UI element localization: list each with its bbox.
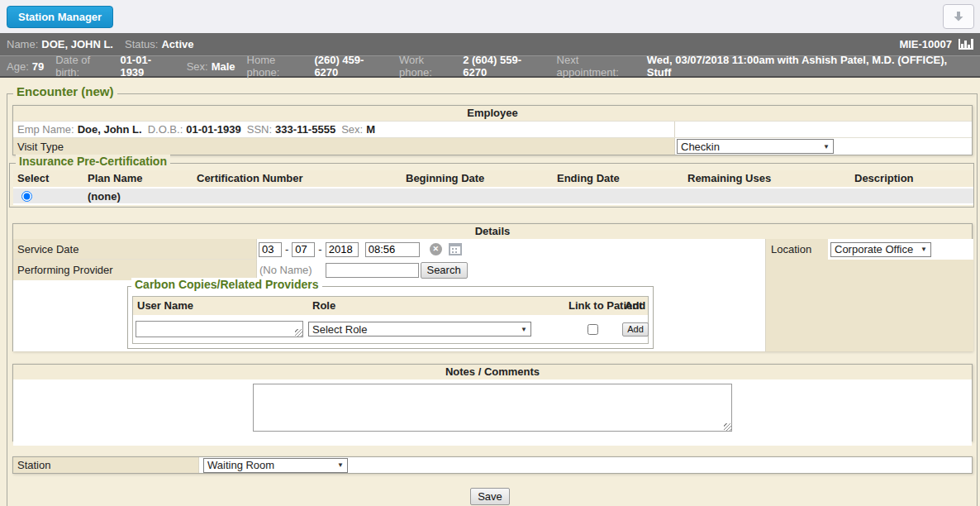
station-manager-screen: Station Manager Name: DOE, JOHN L. Statu… [0,0,980,506]
sex-label: Sex: [187,60,208,73]
employee-info-empty-cell [675,122,972,137]
work-phone-label: Work phone: [399,54,459,79]
visit-type-cell: Checkin ▼ [675,138,972,155]
service-day-input[interactable] [292,242,315,257]
age-label: Age: [7,60,29,73]
status-label: Status: [125,38,158,50]
emp-ssn-value: 333-11-5555 [275,123,335,136]
cc-user-name-input[interactable] [136,321,303,337]
carbon-copies-fieldset: Carbon Copies/Related Providers User Nam… [127,286,654,349]
emp-sex-label: Sex: [341,123,363,136]
col-ending-date: Ending Date [553,170,683,187]
work-phone-value: 2 (604) 559-6270 [463,54,545,79]
home-phone-label: Home phone: [247,54,312,79]
visit-type-select[interactable]: Checkin ▼ [677,139,834,154]
save-button[interactable]: Save [470,488,510,505]
visit-type-selected-value: Checkin [681,141,720,153]
home-phone-value: (260) 459-6270 [314,54,388,79]
next-appointment-label: Next appointment: [557,54,644,79]
download-button[interactable] [943,4,974,29]
col-description: Description [850,170,973,187]
station-select[interactable]: Waiting Room ▼ [203,458,348,473]
service-year-input[interactable] [326,242,359,257]
station-cell: Waiting Room ▼ [199,457,972,473]
service-time-input[interactable] [365,242,420,257]
cc-add-button[interactable]: Add [622,322,649,337]
emp-sex-value: M [366,123,375,136]
provider-search-input[interactable] [326,263,419,278]
emp-dob-value: 01-01-1939 [186,123,241,136]
details-body: Service Date - - ✕ Performing Provider (… [13,239,972,351]
emp-name-label: Emp Name: [17,123,74,136]
patient-name: DOE, JOHN L. [41,38,113,50]
carbon-copies-header-row: User Name Role Link to Patient Add [133,297,648,315]
download-icon [951,9,966,24]
chevron-down-icon: ▼ [337,461,344,469]
cc-role-select[interactable]: Select Role ▼ [308,322,531,337]
details-table-header: Details [13,224,972,239]
visit-type-label: Visit Type [13,138,675,155]
station-selected-value: Waiting Room [207,459,274,471]
notes-textarea[interactable] [253,384,732,432]
location-cell: Corporate Office ▼ [828,239,973,260]
service-date-label: Service Date [13,239,257,260]
emp-ssn-label: SSN: [247,123,272,136]
details-table: Details Service Date - - ✕ Performing Pr… [12,223,973,351]
col-beginning-date: Beginning Date [402,170,553,187]
notes-table: Notes / Comments [12,364,973,442]
chevron-down-icon: ▼ [823,143,830,150]
carbon-copies-legend: Carbon Copies/Related Providers [131,278,322,291]
no-name-text: (No Name) [259,264,312,276]
demographics-bar: Age: 79 Date of birth: 01-01-1939 Sex: M… [0,56,980,78]
col-certification-number: Certification Number [193,170,402,187]
cc-link-to-patient-checkbox[interactable] [588,324,598,335]
col-add: Add [621,297,648,315]
encounter-fieldset-line [7,93,977,94]
precert-none-radio[interactable] [21,191,32,202]
employee-info-row: Emp Name: Doe, John L. D.O.B.: 01-01-193… [13,121,972,137]
dob-value: 01-01-1939 [120,54,174,79]
insurance-precert-header-row: Select Plan Name Certification Number Be… [13,170,973,187]
calendar-icon[interactable] [449,243,462,255]
cc-role-selected-value: Select Role [312,323,367,336]
notes-body [13,384,972,446]
station-table: Station Waiting Room ▼ [12,456,973,474]
station-row: Station Waiting Room ▼ [13,457,972,473]
patient-id: MIE-10007 [899,38,952,50]
station-label: Station [13,457,199,473]
performing-provider-cell: (No Name) Search [257,260,765,280]
date-separator: - [318,243,321,255]
carbon-copies-input-row: Select Role ▼ Add [133,315,648,343]
notes-header: Notes / Comments [13,365,972,380]
station-manager-button[interactable]: Station Manager [7,6,113,28]
carbon-copies-table: User Name Role Link to Patient Add [132,296,649,344]
insurance-precert-row: (none) [13,187,973,205]
dob-label: Date of birth: [55,54,117,79]
location-select[interactable]: Corporate Office ▼ [830,242,931,257]
location-block: Location Corporate Office ▼ [765,239,973,351]
clear-date-icon[interactable]: ✕ [430,243,442,255]
chevron-down-icon: ▼ [921,246,927,253]
insurance-precert-fieldset: Insurance Pre-Certification Select Plan … [9,163,974,208]
next-appointment-value: Wed, 03/07/2018 11:00am with Ashish Pate… [647,54,973,79]
location-selected-value: Corporate Office [835,243,913,255]
bar-chart-icon[interactable] [959,39,973,50]
col-remaining-uses: Remaining Uses [683,170,850,187]
col-user-name: User Name [133,297,308,315]
date-separator: - [285,243,288,255]
location-label: Location [766,239,828,260]
employee-info-cell: Emp Name: Doe, John L. D.O.B.: 01-01-193… [13,122,675,137]
insurance-precert-table: Select Plan Name Certification Number Be… [13,170,973,205]
emp-dob-label: D.O.B.: [148,123,183,136]
precert-plan-name: (none) [83,189,193,204]
encounter-legend: Encounter (new) [13,84,117,98]
visit-type-row: Visit Type Checkin ▼ [13,137,972,155]
col-link-to-patient: Link to Patient [564,297,621,315]
col-plan-name: Plan Name [83,170,193,187]
provider-search-button[interactable]: Search [421,262,468,279]
service-date-cell: - - ✕ [257,239,765,260]
col-select: Select [13,170,83,187]
patient-status: Active [161,38,193,50]
service-month-input[interactable] [259,242,282,257]
col-role: Role [308,297,564,315]
